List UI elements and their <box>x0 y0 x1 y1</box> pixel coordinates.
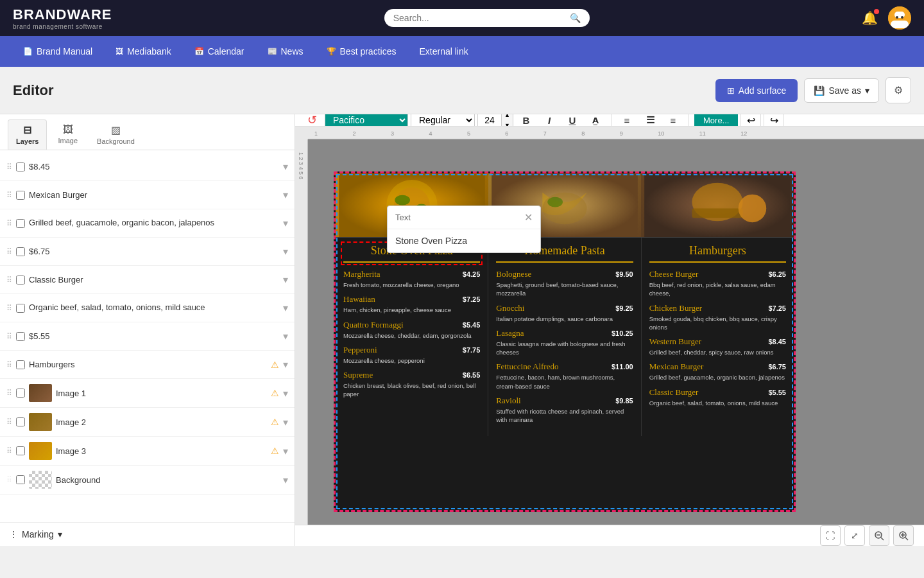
list-item[interactable]: ⠿ Background ▾ <box>0 466 295 495</box>
layer-checkbox[interactable] <box>16 332 25 341</box>
list-item[interactable]: ⠿ $6.75 ▾ <box>0 238 295 266</box>
align-right-button[interactable]: ≡ <box>663 114 683 127</box>
list-item[interactable]: ⠿ $8.45 ▾ <box>0 153 295 181</box>
nav-best-practices[interactable]: 🏆 Best practices <box>316 41 407 62</box>
layer-checkbox[interactable] <box>16 219 25 228</box>
layer-menu-icon[interactable]: ▾ <box>283 387 288 399</box>
drag-handle-icon[interactable]: ⠿ <box>6 446 12 455</box>
redo-button[interactable]: ↪ <box>764 114 784 127</box>
nav-external-link[interactable]: External link <box>409 41 478 62</box>
expand-button[interactable]: ⤢ <box>844 525 865 546</box>
best-practices-icon: 🏆 <box>327 47 336 56</box>
nav-mediabank[interactable]: 🖼 Mediabank <box>105 41 182 62</box>
text-popup-header: Text ✕ <box>388 206 540 229</box>
layer-menu-icon[interactable]: ▾ <box>283 189 288 201</box>
burger-header-image <box>641 173 794 237</box>
drag-handle-icon[interactable]: ⠿ <box>6 191 12 200</box>
layer-menu-icon[interactable]: ▾ <box>283 474 288 486</box>
layer-checkbox[interactable] <box>16 389 25 398</box>
drag-handle-icon[interactable]: ⠿ <box>6 304 12 313</box>
list-item[interactable]: ⠿ Mexican Burger ▾ <box>0 181 295 209</box>
list-item[interactable]: ⠿ Image 3 ⚠ ▾ <box>0 437 295 466</box>
font-family-select[interactable]: Pacifico <box>325 114 408 127</box>
search-input[interactable] <box>393 13 565 23</box>
zoom-out-button[interactable] <box>869 525 889 546</box>
layer-menu-icon[interactable]: ▾ <box>283 217 288 229</box>
save-as-caret: ▾ <box>865 85 869 96</box>
refresh-button[interactable]: ↺ <box>302 114 322 127</box>
text-color-button[interactable]: A̲ <box>585 114 606 127</box>
list-item[interactable]: ⠿ $5.55 ▾ <box>0 322 295 351</box>
notification-button[interactable]: 🔔 <box>862 10 878 26</box>
underline-button[interactable]: U <box>562 114 583 127</box>
settings-button[interactable]: ⚙ <box>886 77 911 103</box>
layer-checkbox[interactable] <box>16 276 25 285</box>
list-item[interactable]: ⠿ Grilled beef, guacamole, organic bacon… <box>0 209 295 238</box>
avatar[interactable] <box>888 6 911 30</box>
layer-menu-icon[interactable]: ▾ <box>283 330 288 342</box>
text-popup-close-button[interactable]: ✕ <box>524 211 533 223</box>
menu-item: Western Burger $8.45 Grilled beef, chedd… <box>649 337 786 356</box>
layer-menu-icon[interactable]: ▾ <box>283 274 288 286</box>
list-item[interactable]: ⠿ Image 1 ⚠ ▾ <box>0 379 295 408</box>
layer-menu-icon[interactable]: ▾ <box>283 416 288 428</box>
calendar-icon: 📅 <box>194 47 204 56</box>
text-popup-title: Text <box>395 213 411 222</box>
col-title-hamburgers[interactable]: Hamburgers <box>649 244 786 263</box>
align-left-button[interactable]: ≡ <box>617 114 637 127</box>
drag-handle-icon[interactable]: ⠿ <box>6 417 12 426</box>
layers-list: ⠿ $8.45 ▾ ⠿ Mexican Burger ▾ ⠿ Grilled b… <box>0 150 295 522</box>
nav-brand-manual[interactable]: 📄 Brand Manual <box>13 41 103 62</box>
tab-layers[interactable]: ⊟ Layers <box>8 119 47 150</box>
layer-menu-icon[interactable]: ▾ <box>283 245 288 258</box>
more-button[interactable]: More... <box>694 114 738 127</box>
layer-menu-icon[interactable]: ▾ <box>283 302 288 314</box>
layer-checkbox[interactable] <box>16 446 25 455</box>
layer-menu-icon[interactable]: ▾ <box>283 358 288 371</box>
list-item[interactable]: ⠿ Image 2 ⚠ ▾ <box>0 408 295 437</box>
layer-checkbox[interactable] <box>16 162 25 171</box>
item-price: $5.45 <box>463 321 481 329</box>
font-size-input[interactable] <box>478 115 501 125</box>
layer-checkbox[interactable] <box>16 304 25 313</box>
font-weight-select[interactable]: Regular Bold Italic <box>411 114 475 127</box>
font-size-up-button[interactable]: ▲ <box>501 114 513 120</box>
save-as-button[interactable]: 💾 Save as ▾ <box>804 78 879 103</box>
drag-handle-icon[interactable]: ⠿ <box>6 219 12 228</box>
bold-button[interactable]: B <box>516 114 536 127</box>
layer-checkbox[interactable] <box>16 417 25 426</box>
list-item[interactable]: ⠿ Organic beef, salad, tomato, onions, m… <box>0 294 295 322</box>
layer-checkbox[interactable] <box>16 360 25 369</box>
drag-handle-icon[interactable]: ⠿ <box>6 332 12 341</box>
drag-handle-icon[interactable]: ⠿ <box>6 360 12 369</box>
layer-checkbox[interactable] <box>16 475 25 484</box>
mediabank-icon: 🖼 <box>116 47 123 56</box>
fit-screen-button[interactable]: ⛶ <box>820 525 841 546</box>
drag-handle-icon[interactable]: ⠿ <box>6 247 12 256</box>
drag-handle-icon[interactable]: ⠿ <box>6 389 12 398</box>
layer-checkbox[interactable] <box>16 247 25 256</box>
align-center-button[interactable]: ☰ <box>640 114 660 127</box>
undo-button[interactable]: ↩ <box>740 114 761 127</box>
canvas-main[interactable]: Text ✕ Stone Oven Pizza <box>308 139 924 525</box>
item-name: Pepperoni <box>343 345 377 355</box>
tab-background[interactable]: ▨ Background <box>89 119 143 150</box>
italic-button[interactable]: I <box>539 114 560 127</box>
font-size-down-button[interactable]: ▼ <box>501 120 513 127</box>
nav-calendar[interactable]: 📅 Calendar <box>184 41 255 62</box>
ruler-row: 1 2 3 4 5 6 7 8 9 10 11 12 <box>295 127 924 139</box>
list-item[interactable]: ⠿ Classic Burger ▾ <box>0 266 295 294</box>
layer-menu-icon[interactable]: ▾ <box>283 161 288 173</box>
list-item[interactable]: ⠿ Hamburgers ⚠ ▾ <box>0 351 295 379</box>
zoom-in-button[interactable] <box>893 525 914 546</box>
item-name: Gnocchi <box>496 303 524 313</box>
tab-image[interactable]: 🖼 Image <box>49 119 86 150</box>
drag-handle-icon[interactable]: ⠿ <box>6 162 12 171</box>
add-surface-button[interactable]: ⊞ Add surface <box>715 79 798 102</box>
drag-handle-icon[interactable]: ⠿ <box>6 276 12 285</box>
layer-checkbox[interactable] <box>16 191 25 200</box>
nav-news[interactable]: 📰 News <box>257 41 314 62</box>
layer-menu-icon[interactable]: ▾ <box>283 445 288 457</box>
menu-canvas[interactable]: Text ✕ Stone Oven Pizza <box>334 171 796 512</box>
marking-button[interactable]: ⋮ Marking ▾ <box>9 529 62 539</box>
